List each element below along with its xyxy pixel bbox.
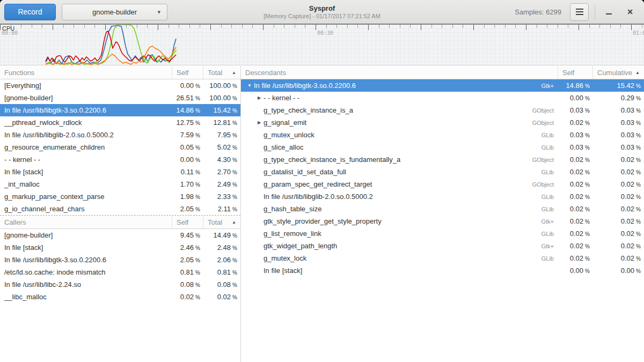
function-name: [gnome-builder]: [0, 94, 172, 102]
tree-row[interactable]: ▶ g_signal_emit GObject 0.02% 0.03%: [241, 116, 644, 129]
total-percent: 15.42%: [203, 106, 240, 114]
cumulative-percent: 0.02%: [593, 168, 644, 176]
functions-total-column-header[interactable]: Total ▲: [203, 66, 240, 79]
samples-count: Samples: 6299: [515, 8, 561, 16]
function-name: In file /usr/lib/libc-2.24.so: [0, 280, 172, 289]
table-row[interactable]: In file [stack] 0.11% 2.70%: [0, 166, 240, 178]
self-percent: 0.05%: [172, 143, 203, 151]
table-row[interactable]: In file /usr/lib/libc-2.24.so 0.08% 0.08…: [0, 278, 240, 291]
sort-arrow-icon: ▲: [230, 220, 236, 225]
cumulative-percent: 0.03%: [593, 131, 644, 139]
total-percent: 100.00%: [203, 94, 240, 102]
library-tag: GLib: [541, 194, 558, 200]
table-row[interactable]: [gnome-builder] 9.45% 14.49%: [0, 229, 240, 241]
expander-icon[interactable]: ▶: [255, 120, 264, 125]
tree-row[interactable]: gtk_widget_path_length Gtk+ 0.02% 0.02%: [241, 240, 644, 252]
descendant-name: g_mutex_lock GLib: [241, 254, 558, 262]
library-tag: GLib: [541, 206, 558, 212]
record-button[interactable]: Record: [4, 4, 56, 20]
tree-row[interactable]: ▶ - - kernel - - 0.00% 0.29%: [241, 92, 644, 104]
expander-icon[interactable]: ▶: [255, 95, 264, 100]
descendants-cumulative-column-header[interactable]: Cumulative ▲: [593, 66, 644, 79]
table-row[interactable]: g_markup_parse_context_parse 1.98% 2.33%: [0, 190, 240, 203]
tree-row[interactable]: In file [stack] 0.00% 0.00%: [241, 264, 644, 277]
total-percent: 2.11%: [203, 205, 240, 213]
hamburger-icon: [576, 9, 583, 15]
functions-column-header[interactable]: Functions: [0, 66, 172, 79]
table-row[interactable]: g_resource_enumerate_children 0.05% 5.02…: [0, 141, 240, 153]
minimize-button[interactable]: [601, 4, 616, 19]
callers-self-column-header[interactable]: Self: [172, 216, 203, 228]
cumulative-percent: 0.03%: [593, 143, 644, 151]
descendant-name: ▶ - - kernel - -: [241, 94, 558, 102]
descendants-column-header[interactable]: Descendants: [241, 66, 558, 79]
functions-self-column-header[interactable]: Self: [172, 66, 203, 79]
descendant-name: g_datalist_id_set_data_full GLib: [241, 168, 558, 176]
function-name: [gnome-builder]: [0, 231, 172, 239]
table-row[interactable]: - - kernel - - 0.00% 4.30%: [0, 153, 240, 166]
tree-row[interactable]: g_datalist_id_set_data_full GLib 0.02% 0…: [241, 166, 644, 178]
main-content: Functions Self Total ▲ [Everything] 0.00…: [0, 66, 644, 362]
table-row[interactable]: __pthread_rwlock_rdlock 12.75% 12.81%: [0, 116, 240, 129]
table-row[interactable]: g_io_channel_read_chars 2.05% 2.11%: [0, 203, 240, 215]
tree-row[interactable]: g_mutex_lock GLib 0.02% 0.02%: [241, 252, 644, 264]
self-percent: 0.02%: [558, 193, 593, 201]
tree-row[interactable]: ▼ In file /usr/lib/libgtk-3.so.0.2200.6 …: [241, 79, 644, 92]
library-tag: GLib: [541, 169, 558, 175]
tree-row[interactable]: In file /usr/lib/libglib-2.0.so.0.5000.2…: [241, 190, 644, 203]
self-percent: 0.02%: [558, 156, 593, 164]
table-row[interactable]: In file /usr/lib/libgtk-3.so.0.2200.6 14…: [0, 104, 240, 116]
function-name: In file [stack]: [0, 168, 172, 176]
table-row[interactable]: In file /usr/lib/libgtk-3.so.0.2200.6 2.…: [0, 254, 240, 266]
self-percent: 0.11%: [172, 168, 203, 176]
self-percent: 12.75%: [172, 119, 203, 127]
self-percent: 0.03%: [558, 143, 593, 151]
callers-total-column-header[interactable]: Total ▲: [203, 216, 240, 228]
self-percent: 0.02%: [172, 293, 203, 301]
table-row[interactable]: In file /usr/lib/libglib-2.0.so.0.5000.2…: [0, 129, 240, 141]
self-percent: 0.02%: [558, 119, 593, 127]
process-selector-dropdown[interactable]: gnome-builder ▾: [62, 4, 167, 20]
table-row[interactable]: [Everything] 0.00% 100.00%: [0, 79, 240, 92]
title-block: Sysprof [Memory Capture] - 01/17/2017 07…: [161, 0, 483, 24]
tree-row[interactable]: g_slice_alloc GLib 0.03% 0.03%: [241, 141, 644, 153]
menu-button[interactable]: [570, 3, 589, 21]
total-percent: 0.02%: [203, 293, 240, 301]
table-row[interactable]: _int_malloc 1.70% 2.49%: [0, 178, 240, 190]
self-percent: 9.45%: [172, 231, 203, 239]
close-button[interactable]: ✕: [623, 4, 638, 19]
callers-column-header[interactable]: Callers: [0, 216, 172, 228]
tree-row[interactable]: g_mutex_unlock GLib 0.03% 0.03%: [241, 129, 644, 141]
tree-row[interactable]: g_hash_table_size GLib 0.02% 0.02%: [241, 203, 644, 215]
self-percent: 26.51%: [172, 94, 203, 102]
total-percent: 0.81%: [203, 268, 240, 276]
function-name: __pthread_rwlock_rdlock: [0, 119, 172, 127]
self-percent: 0.02%: [558, 205, 593, 213]
chevron-down-icon: ▾: [157, 9, 160, 16]
table-row[interactable]: [gnome-builder] 26.51% 100.00%: [0, 92, 240, 104]
self-percent: 0.02%: [558, 180, 593, 188]
table-row[interactable]: __libc_malloc 0.02% 0.02%: [0, 291, 240, 303]
tree-row[interactable]: g_type_check_instance_is_a GObject 0.03%…: [241, 104, 644, 116]
descendant-name: g_list_remove_link GLib: [241, 230, 558, 238]
functions-table-header: Functions Self Total ▲: [0, 66, 240, 79]
total-header-label: Total: [208, 69, 222, 77]
tree-row[interactable]: g_param_spec_get_redirect_target GObject…: [241, 178, 644, 190]
cpu-graph[interactable]: CPU 00:0000:3001:00: [0, 24, 644, 65]
cumulative-percent: 0.00%: [593, 267, 644, 275]
descendants-table-header: Descendants Self Cumulative ▲: [241, 66, 644, 79]
library-tag: GObject: [532, 181, 558, 188]
sort-arrow-icon: ▲: [633, 70, 640, 75]
tree-row[interactable]: g_list_remove_link GLib 0.02% 0.02%: [241, 227, 644, 240]
self-percent: 2.05%: [172, 256, 203, 264]
total-percent: 4.30%: [203, 156, 240, 164]
descendants-self-column-header[interactable]: Self: [558, 66, 593, 79]
descendant-name: gtk_style_provider_get_style_property Gt…: [241, 217, 558, 225]
table-row[interactable]: /etc/ld.so.cache: inode mismatch 0.81% 0…: [0, 266, 240, 278]
library-tag: GLib: [541, 132, 558, 138]
cumulative-percent: 0.02%: [593, 242, 644, 250]
table-row[interactable]: In file [stack] 2.46% 2.48%: [0, 241, 240, 254]
tree-row[interactable]: g_type_check_instance_is_fundamentally_a…: [241, 153, 644, 166]
tree-row[interactable]: gtk_style_provider_get_style_property Gt…: [241, 215, 644, 227]
expander-icon[interactable]: ▼: [245, 83, 254, 88]
